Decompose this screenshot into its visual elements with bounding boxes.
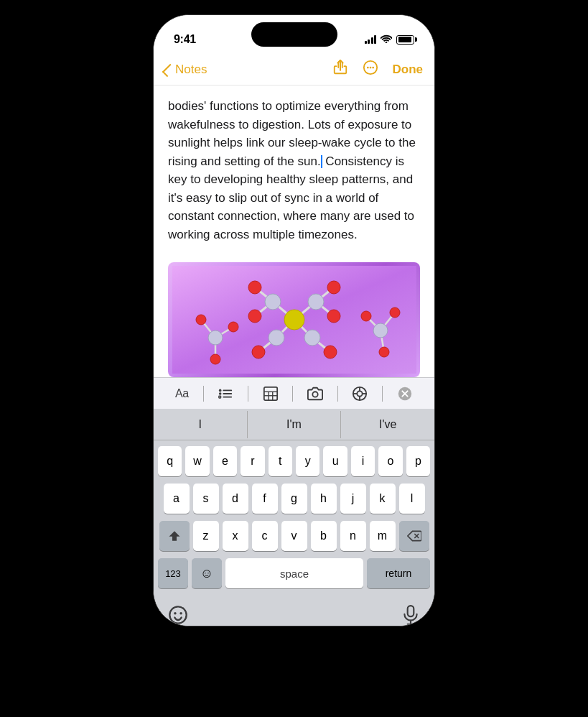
more-button[interactable]	[363, 60, 378, 79]
keyboard-row-1: q w e r t y u i o p	[158, 446, 430, 476]
svg-point-66	[179, 612, 182, 615]
note-text: bodies' functions to optimize everything…	[168, 97, 420, 244]
svg-rect-46	[219, 396, 221, 398]
svg-point-4	[372, 67, 374, 69]
toolbar-divider-4	[337, 386, 338, 402]
done-button[interactable]: Done	[393, 63, 424, 77]
svg-point-52	[312, 392, 317, 397]
svg-point-21	[248, 310, 261, 323]
svg-rect-67	[408, 606, 414, 616]
back-label: Notes	[175, 63, 207, 77]
svg-point-32	[228, 322, 238, 332]
molecule-visual	[168, 262, 420, 377]
keyboard-row-3: z x c v b n m	[158, 521, 430, 551]
svg-point-54	[358, 391, 363, 396]
keyboard-row-4: 123 ☺ space return	[158, 558, 430, 588]
bottom-bar	[154, 598, 434, 626]
svg-point-25	[324, 346, 337, 358]
emoji-key[interactable]: ☺	[192, 558, 222, 588]
key-l[interactable]: l	[399, 484, 425, 514]
autocomplete-word-2[interactable]: I'm	[248, 411, 342, 438]
key-d[interactable]: d	[223, 484, 248, 514]
key-s[interactable]: s	[193, 484, 219, 514]
svg-point-42	[219, 392, 222, 395]
status-icons	[365, 34, 415, 45]
key-c[interactable]: c	[252, 521, 278, 551]
svg-point-38	[390, 307, 400, 318]
key-t[interactable]: t	[269, 446, 292, 476]
key-b[interactable]: b	[311, 521, 337, 551]
key-z[interactable]: z	[193, 521, 219, 551]
toolbar-divider-5	[382, 386, 383, 402]
autocomplete-word-3[interactable]: I've	[341, 411, 434, 438]
back-button[interactable]: Notes	[165, 63, 207, 77]
svg-point-17	[265, 294, 281, 310]
aa-label: Aa	[175, 387, 189, 400]
key-p[interactable]: p	[406, 446, 430, 476]
chevron-left-icon	[162, 63, 175, 76]
emoji-face-button[interactable]	[168, 605, 188, 626]
space-key[interactable]: space	[225, 558, 363, 588]
key-j[interactable]: j	[340, 484, 366, 514]
svg-point-31	[196, 315, 206, 325]
svg-point-20	[269, 330, 284, 346]
svg-point-19	[304, 330, 320, 346]
key-y[interactable]: y	[296, 446, 319, 476]
delete-key[interactable]	[399, 521, 429, 551]
signal-bars-icon	[365, 35, 377, 44]
svg-point-30	[208, 330, 223, 345]
microphone-button[interactable]	[401, 605, 420, 626]
svg-point-16	[284, 310, 304, 330]
toolbar-divider-1	[203, 386, 204, 402]
status-bar: 9:41	[154, 15, 434, 54]
table-button[interactable]	[257, 381, 284, 406]
key-a[interactable]: a	[164, 484, 190, 514]
list-button[interactable]	[212, 381, 239, 406]
key-v[interactable]: v	[281, 521, 307, 551]
close-toolbar-button[interactable]	[391, 381, 419, 406]
close-icon	[397, 386, 413, 402]
svg-point-24	[327, 310, 340, 323]
key-x[interactable]: x	[223, 521, 248, 551]
camera-button[interactable]	[302, 381, 329, 406]
key-k[interactable]: k	[370, 484, 396, 514]
key-w[interactable]: w	[185, 446, 209, 476]
key-m[interactable]: m	[370, 521, 396, 551]
markup-button[interactable]	[346, 381, 373, 406]
svg-point-26	[252, 346, 265, 358]
table-icon	[263, 386, 279, 402]
nav-actions: Done	[332, 60, 424, 79]
key-g[interactable]: g	[281, 484, 307, 514]
format-text-button[interactable]: Aa	[169, 383, 195, 404]
svg-point-18	[308, 294, 324, 310]
svg-rect-47	[263, 387, 276, 399]
camera-icon	[307, 386, 323, 402]
svg-point-65	[174, 612, 177, 615]
svg-point-2	[366, 67, 368, 69]
return-key[interactable]: return	[367, 558, 430, 588]
svg-point-23	[327, 281, 340, 294]
svg-point-37	[373, 323, 388, 338]
numbers-key[interactable]: 123	[158, 558, 188, 588]
battery-icon	[396, 35, 414, 45]
wifi-icon	[381, 34, 392, 45]
key-u[interactable]: u	[323, 446, 347, 476]
toolbar-divider-3	[292, 386, 293, 402]
svg-point-64	[169, 606, 186, 623]
key-o[interactable]: o	[378, 446, 402, 476]
status-time: 9:41	[174, 33, 196, 46]
key-n[interactable]: n	[340, 521, 366, 551]
key-i[interactable]: i	[351, 446, 375, 476]
format-toolbar: Aa	[154, 377, 434, 409]
key-h[interactable]: h	[311, 484, 337, 514]
note-content[interactable]: bodies' functions to optimize everything…	[154, 85, 434, 252]
svg-point-40	[379, 347, 389, 357]
key-f[interactable]: f	[252, 484, 278, 514]
autocomplete-word-1[interactable]: I	[154, 411, 248, 438]
key-q[interactable]: q	[158, 446, 182, 476]
key-e[interactable]: e	[213, 446, 237, 476]
share-button[interactable]	[332, 60, 348, 79]
shift-key[interactable]	[159, 521, 190, 551]
text-cursor	[321, 155, 322, 168]
key-r[interactable]: r	[241, 446, 264, 476]
